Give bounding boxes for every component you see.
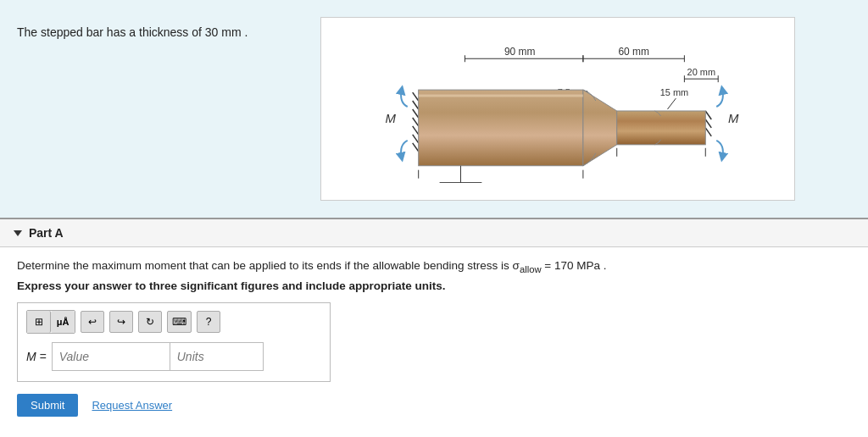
svg-line-15 <box>668 98 676 109</box>
toolbar: ⊞ μÅ ↩ ↪ ↻ ⌨ ? <box>26 310 321 334</box>
m-label: M = <box>26 350 47 363</box>
problem-description: The stepped bar has a thickness of 30 mm… <box>17 17 248 39</box>
svg-text:M: M <box>728 111 739 125</box>
svg-rect-28 <box>419 90 583 166</box>
diagram-container: 90 mm 60 mm 7.5 mm 20 mm 15 mm M M <box>320 17 795 201</box>
svg-line-21 <box>413 118 419 126</box>
help-button[interactable]: ? <box>197 311 220 333</box>
instruction-text: Express your answer to three significant… <box>17 279 851 292</box>
format-btn-group: ⊞ μÅ <box>26 310 75 334</box>
grid-button[interactable]: ⊞ <box>27 311 51 333</box>
redo-button[interactable]: ↪ <box>109 311 133 333</box>
help-icon: ? <box>206 316 212 328</box>
svg-line-19 <box>413 101 419 109</box>
svg-line-27 <box>705 128 711 136</box>
part-a-header[interactable]: Part A <box>0 218 868 247</box>
svg-line-26 <box>705 119 711 128</box>
svg-marker-29 <box>583 90 617 166</box>
answer-box: ⊞ μÅ ↩ ↪ ↻ ⌨ ? M = <box>17 302 331 382</box>
svg-line-23 <box>413 135 419 143</box>
value-input[interactable] <box>52 342 170 371</box>
mu-button[interactable]: μÅ <box>51 311 75 333</box>
button-row: Submit Request Answer <box>17 394 851 417</box>
input-row: M = <box>26 342 321 371</box>
submit-button[interactable]: Submit <box>17 394 78 417</box>
svg-line-24 <box>413 143 419 152</box>
mu-icon: μÅ <box>57 317 70 327</box>
undo-icon: ↩ <box>88 316 97 328</box>
svg-text:90 mm: 90 mm <box>504 46 536 58</box>
svg-rect-30 <box>617 111 706 145</box>
bar-diagram: 90 mm 60 mm 7.5 mm 20 mm 15 mm M M <box>355 35 760 183</box>
undo-button[interactable]: ↩ <box>81 311 104 333</box>
refresh-button[interactable]: ↻ <box>138 311 162 333</box>
svg-line-20 <box>413 109 419 118</box>
svg-text:60 mm: 60 mm <box>619 46 650 58</box>
diagram-section: The stepped bar has a thickness of 30 mm… <box>0 0 868 218</box>
part-a-content: Determine the maximum moment that can be… <box>0 247 868 430</box>
svg-text:15 mm: 15 mm <box>660 87 688 97</box>
svg-text:M: M <box>386 111 397 125</box>
svg-text:20 mm: 20 mm <box>687 67 715 77</box>
redo-icon: ↪ <box>117 316 125 328</box>
keyboard-button[interactable]: ⌨ <box>167 311 192 333</box>
request-answer-button[interactable]: Request Answer <box>92 399 172 412</box>
svg-line-18 <box>413 92 419 101</box>
refresh-icon: ↻ <box>146 316 154 328</box>
svg-line-22 <box>413 126 419 135</box>
units-input[interactable] <box>170 342 264 371</box>
svg-line-25 <box>705 111 711 119</box>
part-a-label: Part A <box>29 226 64 240</box>
keyboard-icon: ⌨ <box>172 316 186 328</box>
question-text: Determine the maximum moment that can be… <box>17 259 851 274</box>
chevron-down-icon <box>14 230 22 236</box>
grid-icon: ⊞ <box>35 316 43 328</box>
